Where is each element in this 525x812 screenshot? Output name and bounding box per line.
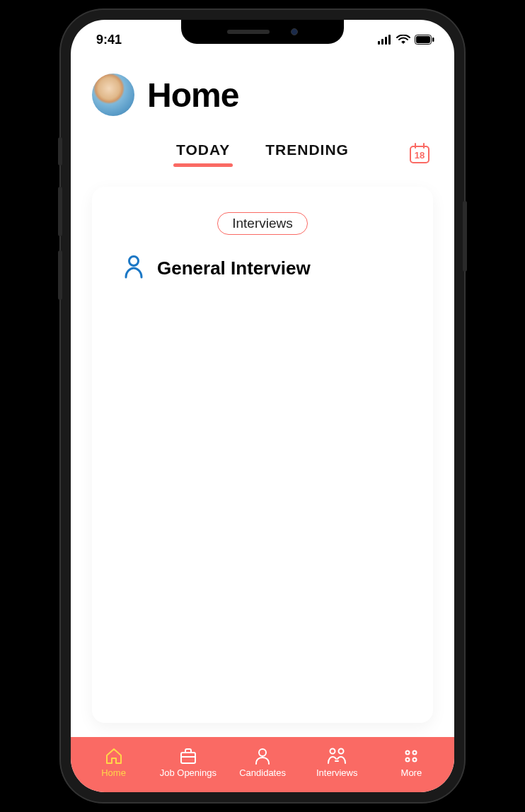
svg-rect-6: [432, 37, 434, 42]
nav-label: Home: [101, 767, 126, 778]
avatar[interactable]: [92, 74, 134, 116]
calendar-day: 18: [415, 150, 425, 161]
svg-point-14: [330, 749, 335, 754]
nav-interviews[interactable]: Interviews: [308, 747, 365, 778]
nav-more[interactable]: More: [383, 747, 439, 778]
nav-label: More: [401, 767, 422, 778]
svg-point-18: [413, 751, 417, 755]
battery-icon: [415, 35, 434, 45]
svg-rect-5: [416, 36, 430, 43]
svg-rect-1: [381, 39, 383, 45]
more-icon: [402, 747, 420, 765]
svg-rect-0: [378, 41, 380, 45]
nav-candidates[interactable]: Candidates: [234, 747, 291, 778]
svg-rect-2: [385, 37, 387, 45]
svg-point-13: [259, 749, 266, 756]
interviews-pill[interactable]: Interviews: [217, 212, 308, 235]
svg-rect-3: [388, 35, 391, 45]
nav-job-openings[interactable]: Job Openings: [160, 747, 217, 778]
people-talk-icon: [326, 747, 347, 765]
nav-label: Interviews: [316, 767, 358, 778]
cellular-signal-icon: [378, 35, 392, 45]
tab-today[interactable]: TODAY: [176, 141, 230, 166]
calendar-icon: 18: [408, 141, 432, 166]
bottom-nav: Home Job Openings Candidates Interviews: [71, 737, 454, 792]
svg-point-15: [339, 749, 344, 754]
briefcase-icon: [178, 747, 198, 765]
tabs-row: TODAY TRENDING 18: [71, 129, 454, 174]
home-icon: [104, 747, 124, 765]
interview-item[interactable]: General Interview: [113, 255, 311, 282]
person-icon: [123, 255, 144, 282]
device-notch: [181, 20, 344, 44]
page-title: Home: [147, 76, 238, 115]
status-time: 9:41: [96, 33, 122, 47]
wifi-icon: [396, 35, 410, 45]
person-icon: [253, 747, 272, 765]
svg-rect-11: [181, 753, 195, 763]
svg-point-20: [413, 758, 417, 762]
content-card: Interviews General Interview: [92, 187, 433, 723]
page-header: Home: [71, 55, 454, 129]
nav-home[interactable]: Home: [86, 747, 142, 778]
calendar-button[interactable]: 18: [406, 140, 433, 167]
nav-label: Candidates: [239, 767, 286, 778]
tab-trending[interactable]: TRENDING: [265, 141, 349, 166]
interview-title: General Interview: [157, 257, 311, 279]
svg-point-19: [406, 758, 410, 762]
svg-point-17: [406, 751, 410, 755]
svg-point-10: [129, 257, 139, 266]
nav-label: Job Openings: [160, 767, 217, 778]
tabs: TODAY TRENDING: [176, 141, 349, 166]
